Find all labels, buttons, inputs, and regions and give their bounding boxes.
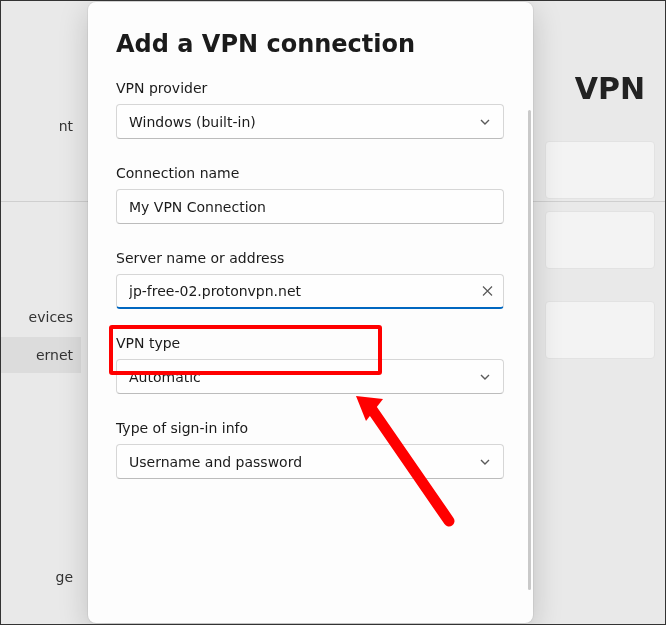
select-vpn-type[interactable]: Automatic (116, 359, 504, 394)
connection-name-text[interactable] (129, 199, 491, 215)
select-vpn-provider[interactable]: Windows (built-in) (116, 104, 504, 139)
select-signin-type[interactable]: Username and password (116, 444, 504, 479)
field-server-address: Server name or address (116, 250, 505, 309)
nav-item[interactable]: ge (1, 559, 81, 595)
add-vpn-dialog: Add a VPN connection VPN provider Window… (88, 2, 533, 623)
label-vpn-type: VPN type (116, 335, 505, 351)
chevron-down-icon (479, 116, 491, 128)
label-signin-type: Type of sign-in info (116, 420, 505, 436)
dialog-title: Add a VPN connection (116, 30, 505, 58)
input-server-address[interactable] (116, 274, 504, 309)
select-value: Username and password (129, 454, 302, 470)
settings-row[interactable] (545, 141, 655, 199)
field-vpn-type: VPN type Automatic (116, 335, 505, 394)
label-server-address: Server name or address (116, 250, 505, 266)
nav-item[interactable]: nt (1, 108, 81, 144)
dialog-scrollbar[interactable] (528, 110, 531, 590)
field-connection-name: Connection name (116, 165, 505, 224)
field-signin-type: Type of sign-in info Username and passwo… (116, 420, 505, 479)
left-nav: nt evices ernet ge (1, 1, 81, 624)
select-value: Automatic (129, 369, 201, 385)
chevron-down-icon (479, 456, 491, 468)
select-value: Windows (built-in) (129, 114, 256, 130)
settings-row[interactable] (545, 301, 655, 359)
chevron-down-icon (479, 371, 491, 383)
input-connection-name[interactable] (116, 189, 504, 224)
label-connection-name: Connection name (116, 165, 505, 181)
clear-icon[interactable] (482, 286, 493, 297)
nav-item-selected[interactable]: ernet (1, 337, 81, 373)
server-address-text[interactable] (129, 283, 491, 299)
settings-row[interactable] (545, 211, 655, 269)
field-vpn-provider: VPN provider Windows (built-in) (116, 80, 505, 139)
label-vpn-provider: VPN provider (116, 80, 505, 96)
right-panel (545, 1, 665, 624)
nav-item[interactable]: evices (1, 299, 81, 335)
